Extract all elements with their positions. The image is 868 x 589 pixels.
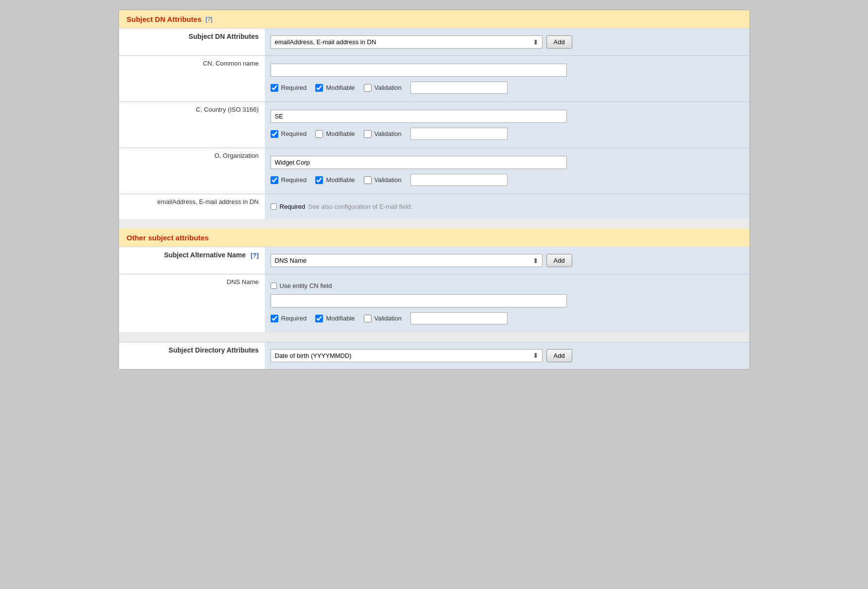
cn-modifiable-label: Modifiable: [326, 84, 355, 91]
subject-dn-attributes-value-cell: emailAddress, E-mail address in DN Add: [265, 29, 749, 56]
country-modifiable-label: Modifiable: [326, 130, 355, 137]
san-value-cell: DNS Name Add: [265, 247, 749, 274]
dns-modifiable-checkbox[interactable]: [315, 315, 323, 322]
email-required-label: Required: [280, 203, 306, 210]
cn-required-label: Required: [281, 84, 307, 91]
org-value-cell: Required Modifiable Validation: [265, 148, 749, 194]
org-input[interactable]: [271, 156, 567, 169]
org-validation-input[interactable]: [410, 174, 508, 186]
san-label-cell: Subject Alternative Name [?]: [119, 247, 265, 274]
subject-dn-select-wrapper: emailAddress, E-mail address in DN: [271, 35, 543, 49]
sda-row: Subject Directory Attributes Date of bir…: [119, 342, 749, 369]
org-label: O, Organization: [119, 148, 265, 194]
dns-validation-label: Validation: [374, 315, 402, 322]
org-validation-checkbox[interactable]: [364, 176, 372, 184]
cn-row: CN, Common name Required Modifiable Vali…: [119, 56, 749, 102]
org-modifiable-checkbox[interactable]: [315, 176, 323, 184]
country-value-cell: Required Modifiable Validation: [265, 102, 749, 148]
subject-dn-add-button[interactable]: Add: [546, 35, 572, 49]
cn-value-cell: Required Modifiable Validation: [265, 56, 749, 102]
org-required-label: Required: [281, 176, 307, 184]
dns-validation-checkbox[interactable]: [364, 315, 372, 322]
cn-validation-input[interactable]: [410, 82, 508, 94]
country-validation-label: Validation: [374, 130, 402, 137]
country-checkbox-row: Required Modifiable Validation: [271, 128, 744, 140]
dns-label: DNS Name: [119, 274, 265, 333]
country-validation-checkbox[interactable]: [364, 130, 372, 138]
country-input[interactable]: [271, 110, 567, 123]
subject-dn-table: Subject DN Attributes emailAddress, E-ma…: [119, 29, 749, 229]
cn-modifiable-checkbox[interactable]: [315, 84, 323, 92]
org-row: O, Organization Required Modifiable Vali…: [119, 148, 749, 194]
cn-input[interactable]: [271, 64, 567, 77]
dns-modifiable-label: Modifiable: [326, 315, 355, 322]
dns-validation-input[interactable]: [410, 312, 508, 324]
cn-validation-label: Validation: [374, 84, 402, 91]
org-validation-label: Validation: [374, 176, 402, 184]
country-required-label: Required: [281, 130, 307, 137]
other-subject-table: Subject Alternative Name [?] DNS Name Ad…: [119, 247, 749, 369]
country-required-checkbox[interactable]: [271, 130, 278, 138]
san-add-button[interactable]: Add: [546, 254, 572, 267]
use-entity-cn-checkbox[interactable]: [271, 283, 277, 289]
country-modifiable-checkbox[interactable]: [315, 130, 323, 138]
dns-required-label: Required: [281, 315, 307, 322]
org-checkbox-row: Required Modifiable Validation: [271, 174, 744, 186]
subject-dn-help-link[interactable]: [?]: [205, 16, 212, 23]
email-note-text: See also configuration of E-mail field.: [308, 203, 412, 210]
email-value-cell: Required See also configuration of E-mai…: [265, 194, 749, 219]
cn-validation-checkbox[interactable]: [364, 84, 372, 92]
email-required-checkbox[interactable]: [271, 203, 277, 210]
sda-label: Subject Directory Attributes: [119, 342, 265, 369]
use-entity-row: Use entity CN field: [271, 282, 744, 289]
sda-value-cell: Date of birth (YYYYMMDD) Add: [265, 342, 749, 369]
san-select-wrapper: DNS Name: [271, 254, 543, 267]
spacer-cell-1: [119, 219, 749, 229]
san-select[interactable]: DNS Name: [271, 254, 543, 267]
spacer-cell-2: [119, 332, 749, 342]
country-label: C, Country (ISO 3166): [119, 102, 265, 148]
org-required-checkbox[interactable]: [271, 176, 278, 184]
san-label: Subject Alternative Name: [164, 251, 246, 259]
country-row: C, Country (ISO 3166) Required Modifiabl…: [119, 102, 749, 148]
other-subject-section-header: Other subject attributes: [119, 229, 749, 247]
country-validation-input[interactable]: [410, 128, 508, 140]
dns-value-cell: Use entity CN field Required Modifiable …: [265, 274, 749, 333]
san-row: Subject Alternative Name [?] DNS Name Ad…: [119, 247, 749, 274]
dns-required-checkbox[interactable]: [271, 315, 278, 322]
spacer-row-2: [119, 332, 749, 342]
subject-dn-section-header: Subject DN Attributes [?]: [119, 10, 749, 29]
subject-dn-select[interactable]: emailAddress, E-mail address in DN: [271, 35, 543, 49]
main-container: Subject DN Attributes [?] Subject DN Att…: [119, 10, 750, 370]
spacer-row-1: [119, 219, 749, 229]
dns-checkbox-row: Required Modifiable Validation: [271, 312, 744, 324]
cn-required-checkbox[interactable]: [271, 84, 278, 92]
email-label: emailAddress, E-mail address in DN: [119, 194, 265, 219]
cn-label: CN, Common name: [119, 56, 265, 102]
sda-add-button[interactable]: Add: [546, 349, 572, 362]
other-subject-title: Other subject attributes: [127, 234, 209, 242]
dns-row: DNS Name Use entity CN field Required Mo…: [119, 274, 749, 333]
subject-dn-title: Subject DN Attributes: [127, 15, 202, 23]
cn-checkbox-row: Required Modifiable Validation: [271, 82, 744, 94]
subject-dn-attributes-row: Subject DN Attributes emailAddress, E-ma…: [119, 29, 749, 56]
email-row: emailAddress, E-mail address in DN Requi…: [119, 194, 749, 219]
org-modifiable-label: Modifiable: [326, 176, 355, 184]
subject-dn-attributes-label: Subject DN Attributes: [119, 29, 265, 56]
sda-select-wrapper: Date of birth (YYYYMMDD): [271, 349, 543, 362]
dns-input[interactable]: [271, 294, 567, 307]
sda-select[interactable]: Date of birth (YYYYMMDD): [271, 349, 543, 362]
san-help-link[interactable]: [?]: [251, 252, 259, 259]
use-entity-cn-label: Use entity CN field: [280, 282, 332, 289]
